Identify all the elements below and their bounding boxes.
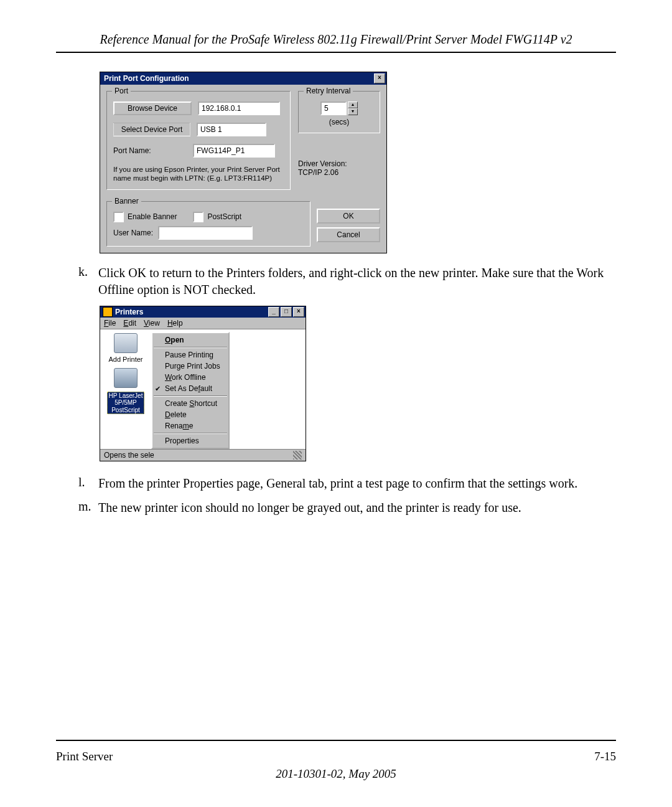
menu-file[interactable]: File [104,319,116,328]
printers-title: Printers [115,308,143,316]
dialog-title: Print Port Configuration [104,74,189,83]
printer-item-selected[interactable]: HP LaserJet 5P/5MP PostScript [100,368,151,415]
maximize-icon[interactable]: □ [281,307,292,317]
footer-rule [56,740,616,741]
header-rule [56,52,616,53]
printers-folder-icon [103,307,113,317]
menu-item-pause[interactable]: Pause Printing [152,349,228,361]
menu-item-set-default[interactable]: ✔Set As Default [152,383,228,394]
postscript-checkbox[interactable]: PostScript [193,212,241,222]
device-port-input[interactable] [197,123,266,136]
menu-item-purge[interactable]: Purge Print Jobs [152,361,228,372]
username-input[interactable] [158,226,253,240]
menu-item-open[interactable]: Open [152,334,228,346]
close-icon[interactable]: × [293,307,304,317]
step-k: k. Click OK to return to the Printers fo… [78,265,616,298]
select-device-port-button[interactable]: Select Device Port [113,123,190,136]
printers-titlebar: Printers _ □ × [100,306,306,318]
ip-input[interactable] [198,101,280,115]
browse-device-button[interactable]: Browse Device [113,101,192,115]
menubar: File Edit View Help [100,318,306,329]
cancel-button[interactable]: Cancel [317,227,380,242]
printer-icon [114,368,138,388]
retry-unit: (secs) [305,118,373,126]
check-icon: ✔ [155,385,161,393]
epson-note: If you are using Epson Printer, your Pri… [113,165,284,183]
minimize-icon[interactable]: _ [268,307,279,317]
footer-right: 7-15 [594,750,616,763]
footer-date: 201-10301-02, May 2005 [56,767,616,781]
printer-list-pane: Add Printer HP LaserJet 5P/5MP PostScrip… [100,329,151,449]
page-footer: Print Server 7-15 201-10301-02, May 2005 [56,740,616,781]
port-name-input[interactable] [193,144,275,158]
statusbar: Opens the sele [100,449,306,461]
retry-legend: Retry Interval [304,87,353,95]
driver-version-info: Driver Version: TCP/IP 2.06 [298,159,380,177]
checkbox-icon [113,212,124,222]
menu-item-shortcut[interactable]: Create Shortcut [152,398,228,409]
resize-grip-icon[interactable] [293,451,302,460]
spin-down-icon[interactable]: ▼ [348,108,358,115]
port-groupbox: Port Browse Device Select Device Port Po… [106,91,291,190]
ok-button[interactable]: OK [317,209,380,224]
step-l: l. From the printer Properties page, Gen… [78,475,616,492]
enable-banner-checkbox[interactable]: Enable Banner [113,212,177,222]
add-printer-icon [114,333,138,353]
add-printer-item[interactable]: Add Printer [100,333,151,363]
retry-groupbox: Retry Interval ▲ ▼ (secs) [298,91,380,133]
menu-edit[interactable]: Edit [123,319,136,328]
username-label: User Name: [113,229,153,237]
spinner-buttons[interactable]: ▲ ▼ [348,101,358,115]
checkbox-icon [193,212,203,222]
retry-interval-input[interactable] [320,101,347,115]
page-header: Reference Manual for the ProSafe Wireles… [56,32,616,47]
banner-legend: Banner [112,197,141,205]
step-m: m. The new printer icon should no longer… [78,499,616,516]
status-text: Opens the sele [104,451,154,460]
dialog-titlebar: Print Port Configuration × [100,72,386,85]
banner-groupbox: Banner Enable Banner PostScript User [106,201,310,247]
print-port-config-dialog: Print Port Configuration × Port Browse D… [100,72,387,253]
port-legend: Port [112,87,131,95]
printers-window: Printers _ □ × File Edit View Help Add P… [100,306,306,461]
menu-help[interactable]: Help [167,319,183,328]
footer-left: Print Server [56,750,113,763]
menu-item-delete[interactable]: Delete [152,409,228,420]
close-icon[interactable]: × [374,73,385,83]
spin-up-icon[interactable]: ▲ [348,101,358,108]
menu-item-properties[interactable]: Properties [152,435,228,446]
menu-view[interactable]: View [144,319,160,328]
port-name-label: Port Name: [113,146,187,155]
context-menu: Open Pause Printing Purge Print Jobs Wor… [151,332,230,449]
menu-item-work-offline[interactable]: Work Offline [152,372,228,383]
menu-item-rename[interactable]: Rename [152,420,228,432]
